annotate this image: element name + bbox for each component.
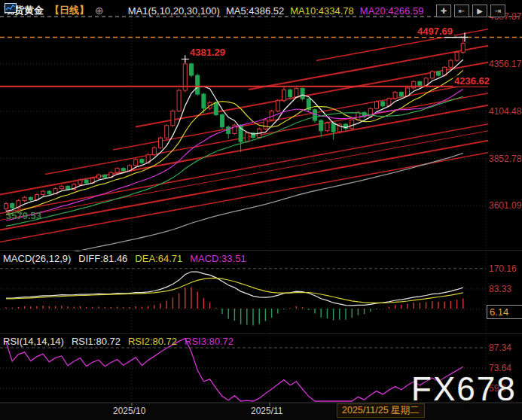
- candle-body: [288, 90, 292, 96]
- candle-body: [159, 138, 163, 148]
- candle-body: [381, 102, 385, 106]
- ma20-value: MA20:4266.59: [360, 5, 424, 17]
- macd-panel-header: MACD(26,12,9) DIFF:81.46 DEA:64.71 MACD:…: [3, 253, 246, 264]
- candle-body: [165, 126, 169, 138]
- candle-body: [393, 93, 397, 99]
- candle-body: [270, 111, 273, 120]
- candle-body: [190, 64, 194, 75]
- candle-body: [29, 197, 32, 199]
- macd-diff-value: DIFF:81.46: [78, 253, 127, 264]
- trendline: [0, 152, 491, 244]
- macd-dea-value: DEA:64.71: [135, 253, 182, 264]
- price-axis-label: 3601.09: [489, 200, 522, 211]
- macd-panel-graphics: [6, 272, 463, 325]
- rsi1-value: RSI1:80.72: [72, 336, 121, 347]
- candle-body: [449, 60, 453, 67]
- price-axis-label: 4356.17: [489, 59, 522, 69]
- candle-body: [399, 93, 403, 96]
- candle-body: [41, 191, 45, 194]
- rsi3-value: RSI3:80.72: [185, 336, 234, 347]
- macd-params-label: MACD(26,12,9): [3, 253, 71, 264]
- candle-body: [5, 204, 8, 209]
- rsi2-value: RSI2:80.72: [128, 336, 177, 347]
- candle-body: [461, 44, 465, 53]
- candle-body: [301, 89, 304, 99]
- chart-type-icon[interactable]: [110, 6, 122, 16]
- candle-body: [418, 81, 422, 85]
- candle-body: [196, 75, 200, 94]
- candle-body: [313, 110, 317, 120]
- macd-dea-line: [6, 278, 463, 303]
- candle-body: [140, 160, 144, 163]
- macd-axis-label: 170.16: [489, 263, 522, 274]
- candle-body: [84, 180, 88, 183]
- candle-body: [23, 197, 26, 200]
- candle-body: [134, 160, 138, 166]
- rsi-axis-label: 87.34: [489, 342, 522, 353]
- candle-body: [97, 175, 101, 178]
- expand-icon[interactable]: ⊕: [95, 5, 104, 17]
- candle-body: [115, 169, 119, 172]
- ma5-line: [6, 59, 463, 211]
- crosshair-tool-icon[interactable]: ✚: [436, 5, 451, 17]
- gold-daily-chart-app: 现货黄金 【日线】 ⊕ MA1(5,10,20,30,100) MA5:4386…: [0, 0, 522, 420]
- period-label[interactable]: 【日线】: [50, 4, 89, 17]
- candle-body: [60, 186, 63, 188]
- candle-body: [78, 180, 82, 184]
- range-low-label: 3579.53: [6, 210, 41, 221]
- high-alert-label: 4497.69: [416, 26, 454, 37]
- candle-body: [103, 175, 107, 177]
- candle-body: [239, 125, 243, 142]
- header-bar: 现货黄金 【日线】 ⊕ MA1(5,10,20,30,100) MA5:4386…: [5, 3, 423, 18]
- rsi-params-label: RSI(14,14,14): [3, 336, 64, 347]
- candle-body: [325, 123, 329, 130]
- shift-right-icon[interactable]: ⇥: [490, 5, 505, 17]
- candle-body: [319, 120, 323, 131]
- compress-left-icon[interactable]: ⇤: [454, 5, 469, 17]
- candle-body: [214, 102, 218, 114]
- candle-body: [375, 102, 379, 108]
- candle-body: [264, 120, 267, 129]
- main-panel-graphics: [0, 29, 491, 265]
- trendline: [45, 93, 491, 174]
- price-axis-label: 3852.78: [489, 154, 522, 164]
- candle-body: [121, 169, 125, 171]
- chart-canvas[interactable]: [0, 0, 522, 420]
- candle-body: [282, 90, 286, 100]
- ma10-value: MA10:4334.78: [290, 5, 354, 17]
- candle-body: [295, 89, 298, 97]
- candle-body: [221, 115, 224, 127]
- candle-body: [171, 111, 175, 126]
- candle-body: [455, 52, 459, 60]
- rsi-panel-header: RSI(14,14,14) RSI1:80.72 RSI2:80.72 RSI3…: [3, 336, 234, 347]
- candle-body: [202, 94, 206, 108]
- ma-params-label: MA1(5,10,20,30,100): [128, 5, 220, 17]
- candle-body: [276, 101, 279, 111]
- support-price-label: 4236.62: [453, 75, 491, 87]
- candle-body: [350, 120, 354, 128]
- chart-toolbar: ✚ ⇤ ▶ ⇥: [436, 5, 505, 17]
- candle-body: [437, 72, 441, 75]
- candle-body: [177, 90, 181, 111]
- date-axis-label: 2025/11: [251, 406, 283, 416]
- macd-current-value-box: 6.14: [487, 305, 522, 319]
- candle-body: [430, 72, 434, 78]
- fx678-watermark: FX678: [411, 370, 517, 408]
- macd-axis-label: 83.33: [489, 284, 522, 294]
- play-icon[interactable]: ▶: [472, 5, 487, 17]
- date-axis-label: 2025/10: [113, 406, 145, 416]
- candle-body: [66, 186, 70, 189]
- peak-price-label: 4381.29: [188, 47, 227, 58]
- trendline: [0, 130, 491, 222]
- candle-body: [11, 204, 14, 208]
- ma5-value: MA5:4386.52: [226, 5, 284, 17]
- candle-body: [245, 133, 249, 142]
- macd-hist-value: MACD:33.51: [190, 253, 246, 264]
- candle-body: [356, 112, 360, 120]
- trendline: [0, 105, 491, 196]
- candle-body: [47, 191, 51, 193]
- candle-body: [227, 127, 230, 134]
- candle-body: [152, 148, 156, 154]
- price-axis-label: 4104.48: [489, 106, 522, 117]
- macd-diff-line: [6, 272, 463, 306]
